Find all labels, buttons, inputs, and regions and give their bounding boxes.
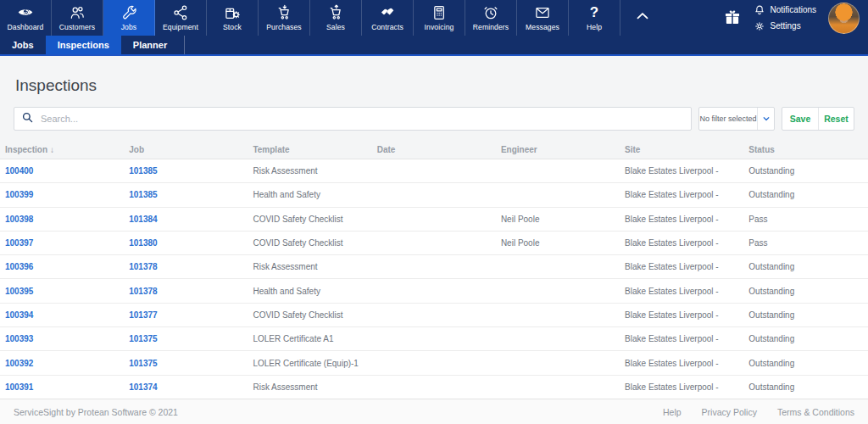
- nav-item-label: Reminders: [473, 23, 509, 31]
- column-header-site[interactable]: Site: [620, 145, 743, 154]
- nav-item-invoicing[interactable]: Invoicing: [414, 0, 465, 36]
- whats-new-gift-icon[interactable]: [723, 8, 742, 27]
- template-cell: COVID Safety Checklist: [248, 310, 371, 320]
- invoice-icon: [431, 4, 448, 21]
- job-cell-link[interactable]: 101384: [124, 215, 248, 224]
- site-cell: Blake Estates Liverpool -: [620, 262, 743, 271]
- inspection-cell-link[interactable]: 100398: [0, 215, 124, 224]
- reset-button[interactable]: Reset: [818, 108, 854, 130]
- toolbar: No filter selected Save Reset: [0, 107, 868, 131]
- job-cell-link[interactable]: 101378: [124, 287, 248, 296]
- engineer-cell: Neil Poole: [496, 215, 620, 224]
- nav-item-purchases[interactable]: Purchases: [259, 0, 310, 36]
- status-cell: Outstanding: [743, 190, 867, 199]
- site-cell: Blake Estates Liverpool -: [620, 190, 743, 199]
- nav-item-reminders[interactable]: Reminders: [465, 0, 517, 36]
- inspection-cell-link[interactable]: 100400: [0, 166, 124, 176]
- job-cell-link[interactable]: 101380: [124, 238, 248, 248]
- inspection-cell-link[interactable]: 100396: [0, 262, 124, 271]
- column-header-job[interactable]: Job: [124, 145, 248, 154]
- nav-item-label: Sales: [326, 23, 345, 31]
- column-header-template[interactable]: Template: [248, 145, 371, 154]
- customers-icon: [69, 4, 86, 21]
- inspection-cell-link[interactable]: 100399: [0, 190, 124, 199]
- nav-item-contracts[interactable]: Contracts: [362, 0, 414, 36]
- job-cell-link[interactable]: 101385: [124, 190, 248, 199]
- nav-item-messages[interactable]: Messages: [517, 0, 569, 36]
- nav-item-label: Invoicing: [425, 23, 454, 31]
- nav-item-dashboard[interactable]: Dashboard: [0, 0, 52, 36]
- inspection-cell-link[interactable]: 100397: [0, 238, 124, 248]
- job-cell-link[interactable]: 101377: [124, 310, 248, 320]
- column-header-date[interactable]: Date: [372, 145, 496, 154]
- table-row: 100398101384COVID Safety ChecklistNeil P…: [0, 208, 868, 232]
- table-row: 100391101374Risk AssessmentBlake Estates…: [0, 376, 868, 399]
- search-box: [14, 107, 692, 131]
- chevron-up-icon: [632, 7, 654, 29]
- sub-navigation-bar: JobsInspectionsPlanner: [0, 36, 868, 56]
- question-icon: ?: [590, 4, 598, 21]
- site-cell: Blake Estates Liverpool -: [620, 334, 743, 343]
- collapse-nav-button[interactable]: [620, 0, 665, 36]
- column-header-inspection[interactable]: Inspection↓: [0, 145, 124, 154]
- job-cell-link[interactable]: 101375: [124, 359, 248, 368]
- table-row: 100400101385Risk AssessmentBlake Estates…: [0, 159, 868, 183]
- search-input[interactable]: [41, 114, 684, 124]
- site-cell: Blake Estates Liverpool -: [620, 166, 743, 176]
- inspection-cell-link[interactable]: 100393: [0, 334, 124, 343]
- settings-button[interactable]: Settings: [754, 20, 816, 32]
- eye-logo-icon: [15, 4, 36, 21]
- table-row: 100397101380COVID Safety ChecklistNeil P…: [0, 232, 868, 255]
- nav-item-help[interactable]: ? Help: [569, 0, 620, 36]
- nav-item-sales[interactable]: Sales: [310, 0, 362, 36]
- site-cell: Blake Estates Liverpool -: [620, 238, 743, 248]
- table-row: 100399101385Health and SafetyBlake Estat…: [0, 183, 868, 207]
- column-header-status[interactable]: Status: [743, 145, 867, 154]
- notifications-button[interactable]: Notifications: [754, 4, 816, 16]
- job-cell-link[interactable]: 101385: [124, 166, 248, 176]
- nav-item-jobs[interactable]: Jobs: [103, 0, 155, 36]
- footer-link-terms[interactable]: Terms & Conditions: [777, 407, 854, 417]
- nav-item-label: Stock: [223, 23, 242, 31]
- template-cell: Health and Safety: [248, 287, 371, 296]
- job-cell-link[interactable]: 101378: [124, 262, 248, 271]
- nav-item-customers[interactable]: Customers: [52, 0, 103, 36]
- filter-dropdown[interactable]: No filter selected: [698, 107, 775, 131]
- table-row: 100395101378Health and SafetyBlake Estat…: [0, 279, 868, 303]
- status-cell: Outstanding: [743, 287, 867, 296]
- subnav-item-jobs[interactable]: Jobs: [0, 36, 46, 54]
- inspection-cell-link[interactable]: 100394: [0, 310, 124, 320]
- inspection-cell-link[interactable]: 100391: [0, 382, 124, 392]
- inspection-cell-link[interactable]: 100392: [0, 359, 124, 368]
- engineer-cell: Neil Poole: [496, 238, 620, 248]
- nav-item-stock[interactable]: Stock: [207, 0, 259, 36]
- stock-box-icon: [224, 4, 241, 21]
- subnav-item-planner[interactable]: Planner: [121, 36, 179, 54]
- chevron-down-icon[interactable]: [757, 108, 774, 130]
- subnav-item-inspections[interactable]: Inspections: [46, 36, 121, 54]
- cart-down-icon: [275, 4, 292, 21]
- footer-link-privacy[interactable]: Privacy Policy: [702, 407, 757, 417]
- footer-link-help[interactable]: Help: [663, 407, 682, 417]
- nav-item-equipment[interactable]: Equipment: [155, 0, 207, 36]
- template-cell: Health and Safety: [248, 190, 371, 199]
- status-cell: Pass: [743, 215, 867, 224]
- column-header-engineer[interactable]: Engineer: [496, 145, 620, 154]
- status-cell: Outstanding: [743, 310, 867, 320]
- status-cell: Outstanding: [743, 166, 867, 176]
- footer: ServiceSight by Protean Software © 2021 …: [0, 399, 868, 424]
- main-content: Inspections No filter selected Save Rese…: [0, 56, 868, 399]
- status-cell: Pass: [743, 238, 867, 248]
- site-cell: Blake Estates Liverpool -: [620, 310, 743, 320]
- site-cell: Blake Estates Liverpool -: [620, 215, 743, 224]
- wrench-icon: [120, 4, 137, 21]
- template-cell: LOLER Certificate A1: [248, 334, 371, 343]
- template-cell: COVID Safety Checklist: [248, 238, 371, 248]
- save-button[interactable]: Save: [782, 108, 818, 130]
- job-cell-link[interactable]: 101375: [124, 334, 248, 343]
- status-cell: Outstanding: [743, 359, 867, 368]
- user-avatar[interactable]: [828, 3, 860, 34]
- inspection-cell-link[interactable]: 100395: [0, 287, 124, 296]
- job-cell-link[interactable]: 101374: [124, 382, 248, 392]
- nav-item-label: Dashboard: [8, 23, 44, 31]
